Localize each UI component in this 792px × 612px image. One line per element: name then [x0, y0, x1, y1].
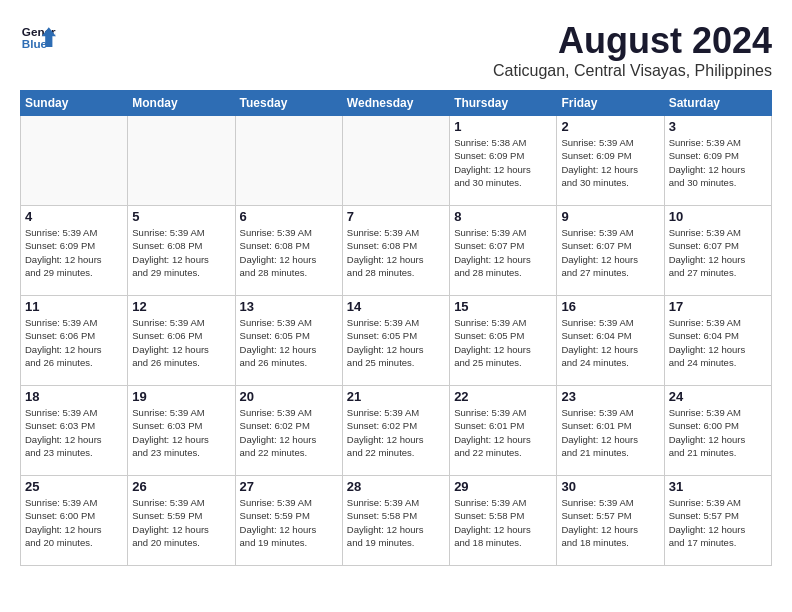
day-info: Sunrise: 5:39 AMSunset: 6:05 PMDaylight:…	[347, 316, 445, 369]
day-info: Sunrise: 5:39 AMSunset: 6:07 PMDaylight:…	[561, 226, 659, 279]
calendar-cell: 24Sunrise: 5:39 AMSunset: 6:00 PMDayligh…	[664, 386, 771, 476]
svg-text:Blue: Blue	[22, 37, 48, 50]
weekday-header-tuesday: Tuesday	[235, 91, 342, 116]
calendar-cell: 17Sunrise: 5:39 AMSunset: 6:04 PMDayligh…	[664, 296, 771, 386]
day-info: Sunrise: 5:39 AMSunset: 6:08 PMDaylight:…	[240, 226, 338, 279]
calendar-cell: 31Sunrise: 5:39 AMSunset: 5:57 PMDayligh…	[664, 476, 771, 566]
day-number: 26	[132, 479, 230, 494]
calendar-cell: 14Sunrise: 5:39 AMSunset: 6:05 PMDayligh…	[342, 296, 449, 386]
day-number: 17	[669, 299, 767, 314]
calendar-cell: 7Sunrise: 5:39 AMSunset: 6:08 PMDaylight…	[342, 206, 449, 296]
calendar-cell: 6Sunrise: 5:39 AMSunset: 6:08 PMDaylight…	[235, 206, 342, 296]
day-number: 16	[561, 299, 659, 314]
weekday-header-thursday: Thursday	[450, 91, 557, 116]
weekday-header-saturday: Saturday	[664, 91, 771, 116]
day-info: Sunrise: 5:39 AMSunset: 6:04 PMDaylight:…	[669, 316, 767, 369]
day-number: 29	[454, 479, 552, 494]
day-info: Sunrise: 5:39 AMSunset: 6:02 PMDaylight:…	[347, 406, 445, 459]
calendar-cell: 19Sunrise: 5:39 AMSunset: 6:03 PMDayligh…	[128, 386, 235, 476]
day-number: 27	[240, 479, 338, 494]
calendar-cell: 3Sunrise: 5:39 AMSunset: 6:09 PMDaylight…	[664, 116, 771, 206]
week-row-2: 4Sunrise: 5:39 AMSunset: 6:09 PMDaylight…	[21, 206, 772, 296]
day-number: 30	[561, 479, 659, 494]
calendar-cell: 25Sunrise: 5:39 AMSunset: 6:00 PMDayligh…	[21, 476, 128, 566]
day-number: 9	[561, 209, 659, 224]
day-number: 28	[347, 479, 445, 494]
logo: General Blue	[20, 20, 56, 56]
day-number: 24	[669, 389, 767, 404]
weekday-header-row: SundayMondayTuesdayWednesdayThursdayFrid…	[21, 91, 772, 116]
day-number: 23	[561, 389, 659, 404]
calendar-cell: 27Sunrise: 5:39 AMSunset: 5:59 PMDayligh…	[235, 476, 342, 566]
day-info: Sunrise: 5:39 AMSunset: 5:58 PMDaylight:…	[454, 496, 552, 549]
calendar-cell: 2Sunrise: 5:39 AMSunset: 6:09 PMDaylight…	[557, 116, 664, 206]
day-number: 7	[347, 209, 445, 224]
week-row-3: 11Sunrise: 5:39 AMSunset: 6:06 PMDayligh…	[21, 296, 772, 386]
day-number: 12	[132, 299, 230, 314]
calendar-cell: 1Sunrise: 5:38 AMSunset: 6:09 PMDaylight…	[450, 116, 557, 206]
calendar-cell: 18Sunrise: 5:39 AMSunset: 6:03 PMDayligh…	[21, 386, 128, 476]
day-info: Sunrise: 5:39 AMSunset: 5:57 PMDaylight:…	[669, 496, 767, 549]
calendar-cell: 10Sunrise: 5:39 AMSunset: 6:07 PMDayligh…	[664, 206, 771, 296]
day-info: Sunrise: 5:39 AMSunset: 6:01 PMDaylight:…	[454, 406, 552, 459]
calendar-cell: 16Sunrise: 5:39 AMSunset: 6:04 PMDayligh…	[557, 296, 664, 386]
calendar-cell: 21Sunrise: 5:39 AMSunset: 6:02 PMDayligh…	[342, 386, 449, 476]
weekday-header-sunday: Sunday	[21, 91, 128, 116]
calendar-cell	[128, 116, 235, 206]
day-number: 11	[25, 299, 123, 314]
day-info: Sunrise: 5:39 AMSunset: 6:06 PMDaylight:…	[132, 316, 230, 369]
calendar-cell: 13Sunrise: 5:39 AMSunset: 6:05 PMDayligh…	[235, 296, 342, 386]
day-info: Sunrise: 5:39 AMSunset: 5:58 PMDaylight:…	[347, 496, 445, 549]
day-number: 15	[454, 299, 552, 314]
calendar-cell: 15Sunrise: 5:39 AMSunset: 6:05 PMDayligh…	[450, 296, 557, 386]
calendar-cell: 28Sunrise: 5:39 AMSunset: 5:58 PMDayligh…	[342, 476, 449, 566]
day-number: 6	[240, 209, 338, 224]
day-info: Sunrise: 5:39 AMSunset: 6:07 PMDaylight:…	[669, 226, 767, 279]
calendar-cell: 8Sunrise: 5:39 AMSunset: 6:07 PMDaylight…	[450, 206, 557, 296]
day-number: 20	[240, 389, 338, 404]
day-info: Sunrise: 5:38 AMSunset: 6:09 PMDaylight:…	[454, 136, 552, 189]
day-info: Sunrise: 5:39 AMSunset: 6:00 PMDaylight:…	[669, 406, 767, 459]
calendar-cell: 30Sunrise: 5:39 AMSunset: 5:57 PMDayligh…	[557, 476, 664, 566]
day-number: 5	[132, 209, 230, 224]
day-number: 1	[454, 119, 552, 134]
day-info: Sunrise: 5:39 AMSunset: 6:01 PMDaylight:…	[561, 406, 659, 459]
calendar-cell: 11Sunrise: 5:39 AMSunset: 6:06 PMDayligh…	[21, 296, 128, 386]
day-number: 13	[240, 299, 338, 314]
calendar-cell	[235, 116, 342, 206]
day-info: Sunrise: 5:39 AMSunset: 5:59 PMDaylight:…	[132, 496, 230, 549]
day-number: 21	[347, 389, 445, 404]
calendar-cell: 20Sunrise: 5:39 AMSunset: 6:02 PMDayligh…	[235, 386, 342, 476]
day-info: Sunrise: 5:39 AMSunset: 6:09 PMDaylight:…	[669, 136, 767, 189]
calendar-cell	[21, 116, 128, 206]
calendar-cell	[342, 116, 449, 206]
day-number: 2	[561, 119, 659, 134]
calendar-cell: 29Sunrise: 5:39 AMSunset: 5:58 PMDayligh…	[450, 476, 557, 566]
day-info: Sunrise: 5:39 AMSunset: 6:09 PMDaylight:…	[561, 136, 659, 189]
week-row-4: 18Sunrise: 5:39 AMSunset: 6:03 PMDayligh…	[21, 386, 772, 476]
day-number: 4	[25, 209, 123, 224]
week-row-5: 25Sunrise: 5:39 AMSunset: 6:00 PMDayligh…	[21, 476, 772, 566]
calendar-cell: 23Sunrise: 5:39 AMSunset: 6:01 PMDayligh…	[557, 386, 664, 476]
day-info: Sunrise: 5:39 AMSunset: 6:00 PMDaylight:…	[25, 496, 123, 549]
week-row-1: 1Sunrise: 5:38 AMSunset: 6:09 PMDaylight…	[21, 116, 772, 206]
day-info: Sunrise: 5:39 AMSunset: 6:08 PMDaylight:…	[132, 226, 230, 279]
calendar-cell: 22Sunrise: 5:39 AMSunset: 6:01 PMDayligh…	[450, 386, 557, 476]
day-info: Sunrise: 5:39 AMSunset: 6:05 PMDaylight:…	[454, 316, 552, 369]
calendar-table: SundayMondayTuesdayWednesdayThursdayFrid…	[20, 90, 772, 566]
location-subtitle: Caticugan, Central Visayas, Philippines	[493, 62, 772, 80]
day-number: 18	[25, 389, 123, 404]
weekday-header-wednesday: Wednesday	[342, 91, 449, 116]
day-number: 8	[454, 209, 552, 224]
day-info: Sunrise: 5:39 AMSunset: 6:07 PMDaylight:…	[454, 226, 552, 279]
day-number: 25	[25, 479, 123, 494]
weekday-header-friday: Friday	[557, 91, 664, 116]
day-info: Sunrise: 5:39 AMSunset: 6:03 PMDaylight:…	[25, 406, 123, 459]
month-title: August 2024	[493, 20, 772, 62]
day-info: Sunrise: 5:39 AMSunset: 6:04 PMDaylight:…	[561, 316, 659, 369]
day-info: Sunrise: 5:39 AMSunset: 5:57 PMDaylight:…	[561, 496, 659, 549]
weekday-header-monday: Monday	[128, 91, 235, 116]
day-number: 19	[132, 389, 230, 404]
day-number: 31	[669, 479, 767, 494]
day-info: Sunrise: 5:39 AMSunset: 5:59 PMDaylight:…	[240, 496, 338, 549]
